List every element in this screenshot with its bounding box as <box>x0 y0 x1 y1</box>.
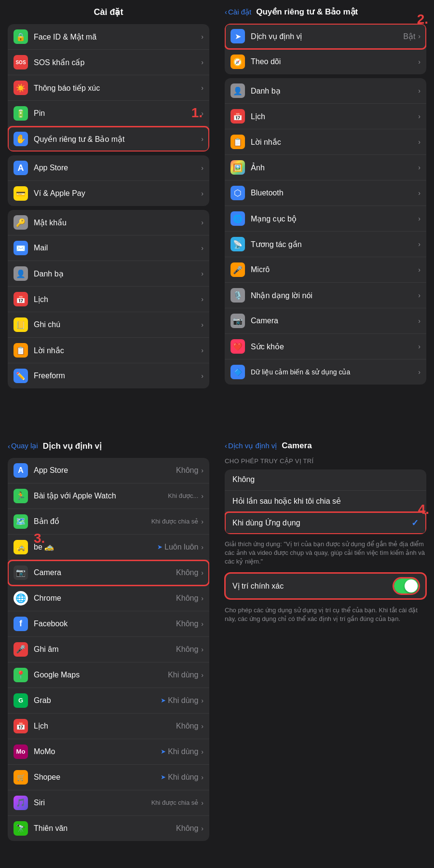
appstore-icon: A <box>14 161 28 175</box>
tracking-chevron: › <box>418 58 420 66</box>
bottom-right-panel: ‹ Dịch vụ định vị Camera 4. CHO PHÉP TRU… <box>217 434 434 868</box>
bl-back-button[interactable]: ‹ Quay lại <box>8 441 38 450</box>
mail-item[interactable]: ✉️ Mail › <box>8 235 209 261</box>
opt-using-label: Khi dùng Ứng dụng <box>232 518 300 527</box>
notes-label: Ghi chú <box>34 320 201 329</box>
faceid-item[interactable]: 🔒 Face ID & Mật mã › <box>8 24 209 50</box>
health-item[interactable]: ❤️ Sức khỏe › <box>225 334 426 359</box>
ghiam-value: Không <box>176 645 198 654</box>
sensor-item[interactable]: 🔷 Dữ liệu cảm biến & sử dụng của › <box>225 359 426 385</box>
notes-item[interactable]: 📒 Ghi chú › <box>8 312 209 338</box>
contacts-item[interactable]: 👤 Danh bạ › <box>8 261 209 287</box>
grab-chevron: › <box>201 697 203 704</box>
appstore2-item[interactable]: A App Store Không › <box>8 458 209 483</box>
facebook-item[interactable]: f Facebook Không › <box>8 611 209 637</box>
speechrec-item[interactable]: 🎙️ Nhận dạng lời nói › <box>225 283 426 308</box>
privacy-header: ‹ Cài đặt Quyền riêng tư & Bảo mật <box>217 0 434 20</box>
camera3-item[interactable]: 📷 Camera Không › <box>8 560 209 586</box>
googlemaps-label: Google Maps <box>34 671 168 679</box>
lich2-item[interactable]: 📅 Lịch Không › <box>8 714 209 739</box>
appstore2-chevron: › <box>201 467 203 474</box>
freeform-item[interactable]: ✏️ Freeform › <box>8 363 209 388</box>
speechrec-chevron: › <box>418 291 420 299</box>
googlemaps-item[interactable]: 📍 Google Maps Khi dùng › <box>8 662 209 688</box>
br-back-button[interactable]: ‹ Dịch vụ định vị <box>225 441 277 450</box>
br-back-label: Dịch vụ định vị <box>228 441 277 450</box>
nearbyint-label: Tương tác gần <box>251 240 418 249</box>
bluetooth-label: Bluetooth <box>251 189 418 197</box>
siri-value: Khi được chia sẻ <box>151 799 199 806</box>
location-item[interactable]: ➤ Dịch vụ định vị Bật › <box>225 24 426 49</box>
lich2-value: Không <box>176 722 198 730</box>
ghiam-item[interactable]: 🎤 Ghi âm Không › <box>8 637 209 662</box>
opt-ask-item[interactable]: Hỏi lần sau hoặc khi tôi chia sẻ <box>225 491 426 512</box>
pin-item[interactable]: 🔋 Pin › <box>8 101 209 126</box>
bl-back-arrow: ‹ <box>8 442 10 450</box>
password-item[interactable]: 🔑 Mật khẩu › <box>8 210 209 235</box>
contact-item[interactable]: ☀️ Thông báo tiếp xúc › <box>8 75 209 101</box>
photos-item[interactable]: 🖼️ Ảnh › <box>225 155 426 180</box>
reminder2-chevron: › <box>418 138 420 146</box>
chrome-chevron: › <box>201 594 203 602</box>
micro-label: Micrô <box>251 265 418 274</box>
opt-using-check: ✓ <box>411 518 419 528</box>
bluetooth-icon: ⬡ <box>231 186 245 200</box>
location-section: ➤ Dịch vụ định vị Bật › 🧭 Theo dõi › <box>225 24 426 74</box>
thienvan-chevron: › <box>201 825 203 832</box>
password-icon: 🔑 <box>14 215 28 230</box>
back-label: Cài đặt <box>228 8 251 16</box>
opt-never-item[interactable]: Không <box>225 469 426 491</box>
reminder2-item[interactable]: 📋 Lời nhắc › <box>225 129 426 155</box>
contacts-label: Danh bạ <box>34 269 201 278</box>
shopee-icon: 🛒 <box>14 770 28 785</box>
grab-item[interactable]: G Grab ➤ Khi dùng › <box>8 688 209 714</box>
momo-chevron: › <box>201 748 203 756</box>
reminder-item[interactable]: 📋 Lời nhắc › <box>8 338 209 363</box>
opt-using-item[interactable]: Khi dùng Ứng dụng ✓ <box>225 512 426 534</box>
calendar2-item[interactable]: 📅 Lịch › <box>225 104 426 129</box>
calendar-item[interactable]: 📅 Lịch › <box>8 287 209 312</box>
applewatch-chevron: › <box>201 492 203 500</box>
lich2-icon: 📅 <box>14 719 28 733</box>
camera3-label: Camera <box>34 568 176 577</box>
reminder2-icon: 📋 <box>231 135 245 149</box>
nearbyint-chevron: › <box>418 240 420 248</box>
freeform-icon: ✏️ <box>14 369 28 383</box>
sos-item[interactable]: SOS SOS khẩn cấp › <box>8 50 209 75</box>
siri-item[interactable]: 🎵 Siri Khi được chia sẻ › <box>8 790 209 816</box>
camera2-item[interactable]: 📷 Camera › <box>225 308 426 334</box>
localnet-item[interactable]: 🌐 Mạng cục bộ › <box>225 206 426 232</box>
precise-location-label: Vị trí chính xác <box>232 581 284 591</box>
contacts2-item[interactable]: 👤 Danh bạ › <box>225 78 426 104</box>
momo-item[interactable]: Mo MoMo ➤ Khi dùng › <box>8 739 209 765</box>
be-value: Luôn luôn <box>164 543 198 551</box>
thienvan-item[interactable]: 🔭 Thiên văn Không › <box>8 816 209 841</box>
micro-icon: 🎤 <box>231 262 245 277</box>
wallet-item[interactable]: 💳 Ví & Apple Pay › <box>8 181 209 206</box>
shopee-item[interactable]: 🛒 Shopee ➤ Khi dùng › <box>8 765 209 790</box>
bluetooth-item[interactable]: ⬡ Bluetooth › <box>225 180 426 206</box>
calendar-chevron: › <box>201 295 203 303</box>
shopee-value: Khi dùng <box>168 773 198 782</box>
opt-ask-label: Hỏi lần sau hoặc khi tôi chia sẻ <box>232 496 341 506</box>
privacy-item[interactable]: ✋ Quyền riêng tư & Bảo mật › <box>8 126 209 152</box>
chrome-item[interactable]: 🌐 Chrome Không › <box>8 586 209 611</box>
br-back-arrow: ‹ <box>225 441 227 450</box>
nearbyint-icon: 📡 <box>231 237 245 251</box>
back-button[interactable]: ‹ Cài đặt <box>225 8 251 16</box>
micro-item[interactable]: 🎤 Micrô › <box>225 257 426 283</box>
applewatch-icon: 🏃 <box>14 489 28 503</box>
maps-icon: 🗺️ <box>14 514 28 529</box>
wallet-label: Ví & Apple Pay <box>34 189 201 198</box>
tracking-item[interactable]: 🧭 Theo dõi › <box>225 49 426 74</box>
localnet-label: Mạng cục bộ <box>251 214 418 223</box>
precise-toggle-switch[interactable] <box>394 579 419 593</box>
chrome-value: Không <box>176 594 198 603</box>
nearbyint-item[interactable]: 📡 Tương tác gần › <box>225 232 426 257</box>
toggle-knob <box>405 579 418 592</box>
precise-location-toggle[interactable]: Vị trí chính xác <box>225 573 426 599</box>
applewatch-item[interactable]: 🏃 Bài tập với Apple Watch Khi được... › <box>8 483 209 509</box>
contact-label: Thông báo tiếp xúc <box>34 83 201 93</box>
contact-chevron: › <box>201 84 203 92</box>
appstore-item[interactable]: A App Store › <box>8 155 209 181</box>
